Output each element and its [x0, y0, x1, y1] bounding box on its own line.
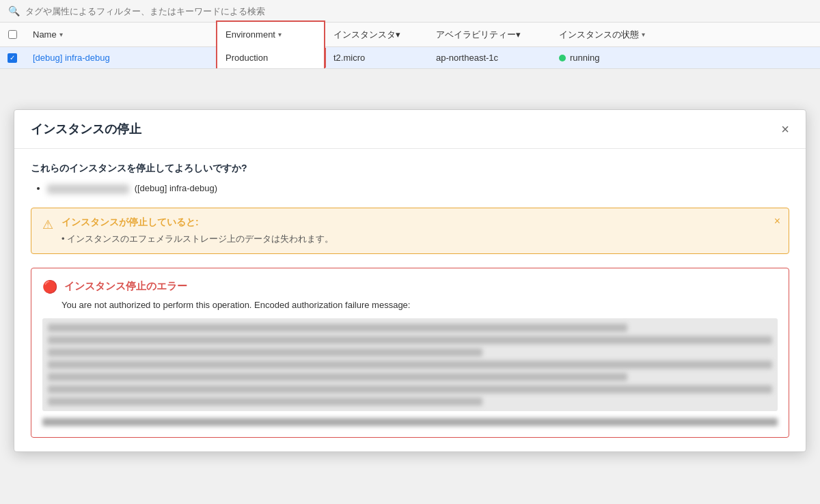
blur-line-5 — [48, 373, 627, 381]
confirm-question: これらのインスタンスを停止してよろしいですか? — [31, 163, 789, 175]
error-box: 🔴 インスタンス停止のエラー You are not authorized to… — [31, 268, 789, 438]
instance-name-label: ([debug] infra-debug) — [135, 183, 217, 193]
td-name[interactable]: [debug] infra-debug — [25, 47, 216, 68]
modal-title: インスタンスの停止 — [31, 121, 141, 137]
instance-id-blur — [47, 184, 129, 194]
blur-line-1 — [48, 324, 627, 332]
warning-description: • インスタンスのエフェメラルストレージ上のデータは失われます。 — [62, 233, 333, 245]
blur-line-3 — [48, 348, 482, 356]
sort-arrow-name: ▾ — [59, 31, 63, 38]
error-message: You are not authorized to perform this o… — [42, 300, 778, 310]
modal-stop-instance: インスタンスの停止 × これらのインスタンスを停止してよろしいですか? ([de… — [14, 109, 806, 452]
search-icon: 🔍 — [8, 5, 20, 16]
blur-line-7 — [48, 397, 482, 406]
th-name[interactable]: Name ▾ — [25, 23, 216, 46]
blur-line-2 — [48, 336, 772, 344]
blur-line-4 — [48, 361, 772, 369]
td-status: running — [551, 47, 674, 68]
error-header: 🔴 インスタンス停止のエラー — [42, 279, 778, 294]
th-checkbox[interactable] — [0, 30, 25, 39]
th-environment[interactable]: Environment ▾ Production — [216, 20, 325, 49]
warning-close-button[interactable]: × — [774, 215, 780, 227]
search-bar: 🔍 — [0, 0, 820, 23]
th-instance-type[interactable]: インスタンスタ▾ — [325, 23, 428, 46]
list-item: ([debug] infra-debug) — [47, 183, 789, 194]
td-availability: ap-northeast-1c — [428, 47, 551, 68]
table-row[interactable]: [debug] infra-debug Production t2.micro … — [0, 47, 820, 69]
sort-arrow-env: ▾ — [278, 31, 282, 38]
status-dot-running — [559, 55, 566, 61]
row-checkbox[interactable] — [8, 53, 17, 63]
search-input[interactable] — [25, 6, 812, 16]
warning-icon: ⚠ — [42, 217, 53, 232]
modal-header: インスタンスの停止 × — [14, 110, 806, 149]
modal-close-button[interactable]: × — [781, 122, 789, 136]
th-status[interactable]: インスタンスの状態 ▾ — [551, 23, 674, 46]
sort-arrow-status: ▾ — [642, 31, 645, 38]
warning-box: ⚠ インスタンスが停止していると: • インスタンスのエフェメラルストレージ上の… — [31, 208, 789, 254]
error-title: インスタンス停止のエラー — [64, 280, 187, 293]
td-instance-type: t2.micro — [325, 47, 428, 68]
instance-list: ([debug] infra-debug) — [31, 183, 789, 194]
blur-line-6 — [48, 385, 772, 393]
th-availability[interactable]: アベイラビリティー▾ — [428, 23, 551, 46]
error-code-block — [42, 318, 778, 411]
table-header: Name ▾ Environment ▾ Production インスタンスタ▾… — [0, 23, 820, 47]
warning-content: インスタンスが停止していると: • インスタンスのエフェメラルストレージ上のデー… — [62, 216, 333, 245]
warning-title: インスタンスが停止していると: — [62, 216, 333, 229]
td-checkbox[interactable] — [0, 53, 25, 63]
error-footer-blur — [42, 418, 778, 426]
td-environment: Production — [216, 47, 325, 68]
header-checkbox[interactable] — [8, 30, 17, 39]
modal-body: これらのインスタンスを停止してよろしいですか? ([debug] infra-d… — [14, 149, 806, 451]
error-icon: 🔴 — [42, 279, 57, 294]
